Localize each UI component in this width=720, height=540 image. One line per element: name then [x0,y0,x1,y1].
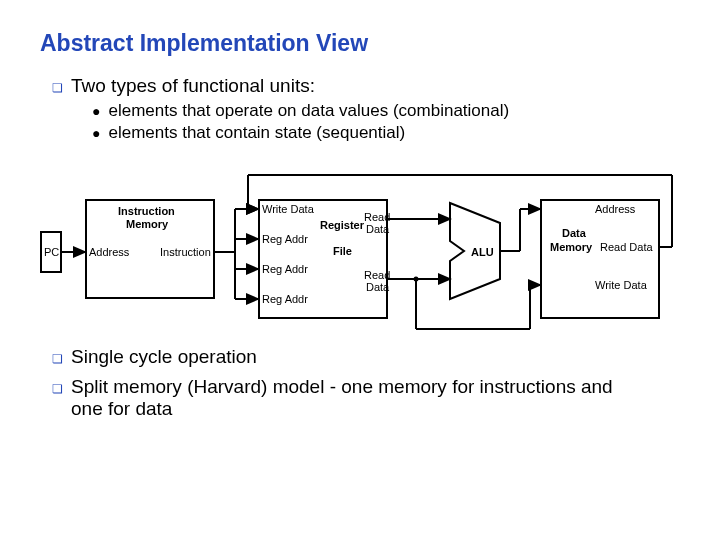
rf-reg-addr-3: Reg Addr [262,293,308,305]
imem-instruction-port: Instruction [160,246,211,258]
rf-read-data-2b: Data [366,281,389,293]
alu-label: ALU [471,246,494,258]
rf-read-data-2a: Read [364,269,390,281]
bullet-text: elements that contain state (sequential) [108,123,405,143]
bullet-harvard-model: ❏ Split memory (Harvard) model - one mem… [52,376,680,420]
dot-bullet-icon: ● [92,103,100,119]
bullet-functional-units: ❏ Two types of functional units: [52,75,680,97]
rf-read-data-1b: Data [366,223,389,235]
page-title: Abstract Implementation View [40,30,680,57]
rf-read-data-1a: Read [364,211,390,223]
pc-label: PC [44,246,59,258]
imem-title-2: Memory [126,218,168,230]
dmem-address-port: Address [595,203,635,215]
dmem-title-2: Memory [550,241,592,253]
bullet-text: elements that operate on data values (co… [108,101,509,121]
dmem-read-data-port: Read Data [600,241,653,253]
rf-reg-addr-1: Reg Addr [262,233,308,245]
rf-write-data-port: Write Data [262,203,314,215]
dmem-title-1: Data [562,227,586,239]
rf-title-2: File [333,245,352,257]
bullet-single-cycle: ❏ Single cycle operation [52,346,680,368]
rf-title-1: Register [320,219,364,231]
svg-point-10 [414,277,419,282]
bullet-sequential: ● elements that contain state (sequentia… [92,123,680,143]
square-bullet-icon: ❏ [52,382,63,396]
bullet-text: Single cycle operation [71,346,257,368]
square-bullet-icon: ❏ [52,81,63,95]
datapath-diagram: PC Instruction Memory Address Instructio… [40,161,680,336]
imem-title-1: Instruction [118,205,175,217]
bullet-text: Split memory (Harvard) model - one memor… [71,376,631,420]
data-memory-block [540,199,660,319]
imem-address-port: Address [89,246,129,258]
bullet-combinational: ● elements that operate on data values (… [92,101,680,121]
bullet-text: Two types of functional units: [71,75,315,97]
rf-reg-addr-2: Reg Addr [262,263,308,275]
dot-bullet-icon: ● [92,125,100,141]
square-bullet-icon: ❏ [52,352,63,366]
dmem-write-data-port: Write Data [595,279,647,291]
